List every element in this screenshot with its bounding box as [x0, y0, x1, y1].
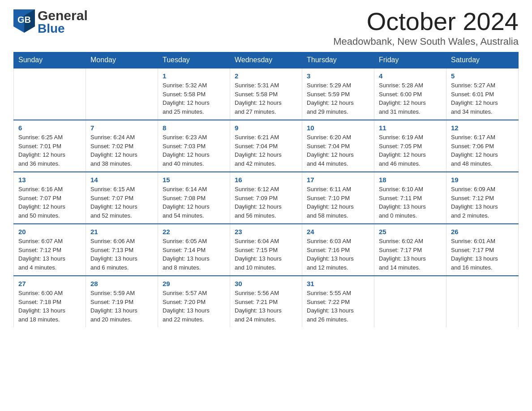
day-info: Sunrise: 6:03 AMSunset: 7:16 PMDaylight:…: [307, 237, 369, 272]
day-info: Sunrise: 6:21 AMSunset: 7:04 PMDaylight:…: [235, 133, 297, 168]
calendar-cell: 13Sunrise: 6:16 AMSunset: 7:07 PMDayligh…: [14, 172, 86, 224]
day-number: 23: [235, 228, 297, 235]
day-number: 22: [163, 228, 225, 235]
header-wednesday: Wednesday: [230, 52, 302, 68]
header-thursday: Thursday: [302, 52, 374, 68]
calendar-cell: 2Sunrise: 5:31 AMSunset: 5:58 PMDaylight…: [230, 68, 302, 120]
logo-general-text: General: [38, 9, 88, 22]
day-info: Sunrise: 5:27 AMSunset: 6:01 PMDaylight:…: [451, 81, 514, 116]
header-sunday: Sunday: [14, 52, 86, 68]
calendar-cell: 16Sunrise: 6:12 AMSunset: 7:09 PMDayligh…: [230, 172, 302, 224]
day-info: Sunrise: 6:19 AMSunset: 7:05 PMDaylight:…: [379, 133, 442, 168]
calendar-cell: 29Sunrise: 5:57 AMSunset: 7:20 PMDayligh…: [158, 276, 230, 327]
day-info: Sunrise: 6:11 AMSunset: 7:10 PMDaylight:…: [307, 185, 369, 220]
day-info: Sunrise: 6:07 AMSunset: 7:12 PMDaylight:…: [18, 237, 81, 272]
calendar-cell: 3Sunrise: 5:29 AMSunset: 5:59 PMDaylight…: [302, 68, 374, 120]
calendar-cell: 6Sunrise: 6:25 AMSunset: 7:01 PMDaylight…: [14, 120, 86, 172]
calendar-header: Sunday Monday Tuesday Wednesday Thursday…: [14, 52, 519, 68]
day-info: Sunrise: 6:06 AMSunset: 7:13 PMDaylight:…: [90, 237, 153, 272]
day-info: Sunrise: 6:10 AMSunset: 7:11 PMDaylight:…: [379, 185, 442, 220]
day-number: 2: [235, 72, 297, 80]
day-info: Sunrise: 5:55 AMSunset: 7:22 PMDaylight:…: [307, 289, 369, 324]
day-number: 13: [18, 176, 81, 184]
calendar-cell: 5Sunrise: 5:27 AMSunset: 6:01 PMDaylight…: [446, 68, 519, 120]
day-number: 12: [451, 124, 514, 132]
day-number: 3: [307, 72, 369, 80]
calendar-cell: 31Sunrise: 5:55 AMSunset: 7:22 PMDayligh…: [302, 276, 374, 327]
calendar-table: Sunday Monday Tuesday Wednesday Thursday…: [13, 52, 519, 327]
calendar-cell: [14, 68, 86, 120]
day-info: Sunrise: 5:57 AMSunset: 7:20 PMDaylight:…: [163, 289, 225, 324]
day-info: Sunrise: 6:15 AMSunset: 7:07 PMDaylight:…: [90, 185, 153, 220]
calendar-cell: 15Sunrise: 6:14 AMSunset: 7:08 PMDayligh…: [158, 172, 230, 224]
header-saturday: Saturday: [446, 52, 519, 68]
day-number: 27: [18, 280, 81, 287]
day-info: Sunrise: 5:31 AMSunset: 5:58 PMDaylight:…: [235, 81, 297, 116]
day-number: 16: [235, 176, 297, 184]
calendar-cell: 9Sunrise: 6:21 AMSunset: 7:04 PMDaylight…: [230, 120, 302, 172]
day-info: Sunrise: 6:01 AMSunset: 7:17 PMDaylight:…: [451, 237, 514, 272]
calendar-cell: [86, 68, 158, 120]
calendar-body: 1Sunrise: 5:32 AMSunset: 5:58 PMDaylight…: [14, 68, 519, 327]
day-number: 28: [90, 280, 153, 287]
day-info: Sunrise: 6:17 AMSunset: 7:06 PMDaylight:…: [451, 133, 514, 168]
calendar-week-5: 27Sunrise: 6:00 AMSunset: 7:18 PMDayligh…: [14, 276, 519, 327]
day-info: Sunrise: 5:32 AMSunset: 5:58 PMDaylight:…: [163, 81, 225, 116]
location-text: Meadowbank, New South Wales, Australia: [333, 36, 519, 47]
svg-text:GB: GB: [17, 15, 31, 25]
day-info: Sunrise: 5:29 AMSunset: 5:59 PMDaylight:…: [307, 81, 369, 116]
day-info: Sunrise: 6:16 AMSunset: 7:07 PMDaylight:…: [18, 185, 81, 220]
calendar-cell: 22Sunrise: 6:05 AMSunset: 7:14 PMDayligh…: [158, 224, 230, 276]
header-friday: Friday: [374, 52, 446, 68]
day-info: Sunrise: 6:23 AMSunset: 7:03 PMDaylight:…: [163, 133, 225, 168]
calendar-week-4: 20Sunrise: 6:07 AMSunset: 7:12 PMDayligh…: [14, 224, 519, 276]
day-number: 8: [163, 124, 225, 132]
logo: GB General Blue: [13, 9, 88, 35]
calendar-week-3: 13Sunrise: 6:16 AMSunset: 7:07 PMDayligh…: [14, 172, 519, 224]
day-number: 15: [163, 176, 225, 184]
calendar-cell: 18Sunrise: 6:10 AMSunset: 7:11 PMDayligh…: [374, 172, 446, 224]
day-info: Sunrise: 6:09 AMSunset: 7:12 PMDaylight:…: [451, 185, 514, 220]
calendar-cell: [374, 276, 446, 327]
day-number: 26: [451, 228, 514, 235]
day-number: 5: [451, 72, 514, 80]
day-number: 6: [18, 124, 81, 132]
title-block: October 2024 Meadowbank, New South Wales…: [333, 9, 519, 47]
header-monday: Monday: [86, 52, 158, 68]
calendar-cell: 21Sunrise: 6:06 AMSunset: 7:13 PMDayligh…: [86, 224, 158, 276]
calendar-cell: 19Sunrise: 6:09 AMSunset: 7:12 PMDayligh…: [446, 172, 519, 224]
page-header: GB General Blue October 2024 Meadowbank,…: [13, 9, 519, 47]
calendar-cell: 14Sunrise: 6:15 AMSunset: 7:07 PMDayligh…: [86, 172, 158, 224]
day-info: Sunrise: 6:20 AMSunset: 7:04 PMDaylight:…: [307, 133, 369, 168]
calendar-cell: 30Sunrise: 5:56 AMSunset: 7:21 PMDayligh…: [230, 276, 302, 327]
day-info: Sunrise: 6:04 AMSunset: 7:15 PMDaylight:…: [235, 237, 297, 272]
calendar-cell: 20Sunrise: 6:07 AMSunset: 7:12 PMDayligh…: [14, 224, 86, 276]
day-info: Sunrise: 6:24 AMSunset: 7:02 PMDaylight:…: [90, 133, 153, 168]
day-number: 30: [235, 280, 297, 287]
logo-text: General Blue: [38, 9, 88, 35]
day-number: 21: [90, 228, 153, 235]
logo-icon: GB: [13, 9, 35, 34]
day-info: Sunrise: 6:25 AMSunset: 7:01 PMDaylight:…: [18, 133, 81, 168]
day-info: Sunrise: 6:14 AMSunset: 7:08 PMDaylight:…: [163, 185, 225, 220]
day-number: 11: [379, 124, 442, 132]
day-number: 9: [235, 124, 297, 132]
calendar-week-1: 1Sunrise: 5:32 AMSunset: 5:58 PMDaylight…: [14, 68, 519, 120]
day-number: 24: [307, 228, 369, 235]
calendar-cell: [446, 276, 519, 327]
calendar-cell: 26Sunrise: 6:01 AMSunset: 7:17 PMDayligh…: [446, 224, 519, 276]
day-number: 29: [163, 280, 225, 287]
day-number: 14: [90, 176, 153, 184]
calendar-cell: 25Sunrise: 6:02 AMSunset: 7:17 PMDayligh…: [374, 224, 446, 276]
day-info: Sunrise: 6:12 AMSunset: 7:09 PMDaylight:…: [235, 185, 297, 220]
day-number: 31: [307, 280, 369, 287]
day-number: 1: [163, 72, 225, 80]
month-title: October 2024: [333, 9, 519, 34]
calendar-cell: 7Sunrise: 6:24 AMSunset: 7:02 PMDaylight…: [86, 120, 158, 172]
logo-blue-text: Blue: [38, 22, 88, 35]
calendar-cell: 28Sunrise: 5:59 AMSunset: 7:19 PMDayligh…: [86, 276, 158, 327]
day-number: 18: [379, 176, 442, 184]
calendar-cell: 24Sunrise: 6:03 AMSunset: 7:16 PMDayligh…: [302, 224, 374, 276]
calendar-cell: 8Sunrise: 6:23 AMSunset: 7:03 PMDaylight…: [158, 120, 230, 172]
header-row: Sunday Monday Tuesday Wednesday Thursday…: [14, 52, 519, 68]
